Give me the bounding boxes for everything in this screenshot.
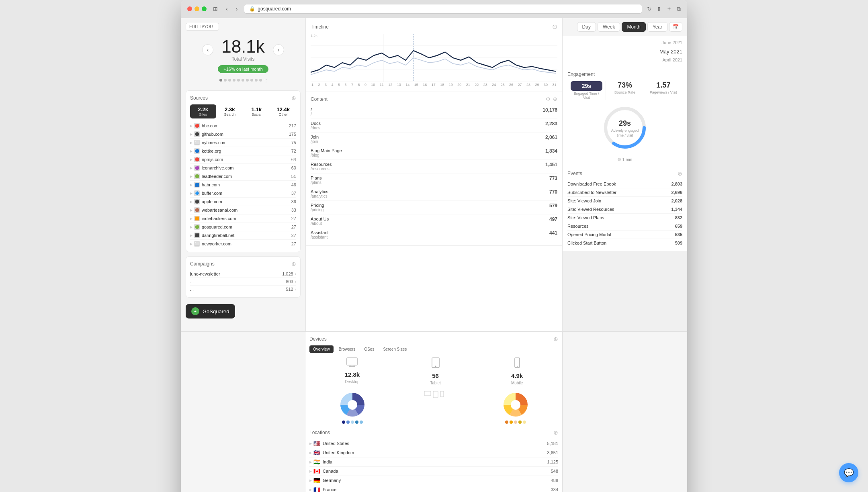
close-button[interactable]: [187, 6, 192, 11]
list-item[interactable]: ▶ 🇫🇷 France 334: [309, 485, 558, 492]
list-item[interactable]: Pricing /pricing 579: [311, 201, 557, 214]
source-expand-icon[interactable]: ▶: [190, 234, 192, 237]
location-expand-icon[interactable]: ▶: [309, 460, 312, 464]
location-expand-icon[interactable]: ▶: [309, 442, 312, 445]
content-row: Pricing /pricing 579: [311, 203, 557, 212]
source-expand-icon[interactable]: ▶: [190, 175, 192, 178]
devices-settings-icon[interactable]: ⊕: [553, 336, 558, 342]
devices-tab-oses[interactable]: OSes: [360, 345, 378, 353]
devices-tab-browsers[interactable]: Browsers: [335, 345, 359, 353]
next-stat-button[interactable]: ›: [273, 44, 284, 55]
events-settings-icon[interactable]: ⊕: [678, 170, 682, 177]
gosquared-logo[interactable]: GoSquared: [186, 304, 235, 318]
location-expand-icon[interactable]: ▶: [309, 479, 312, 482]
source-expand-icon[interactable]: ▶: [190, 166, 192, 170]
list-item[interactable]: ▶ 🔴 bbc.com 217: [190, 122, 296, 130]
desktop-color-3: [351, 421, 354, 424]
sources-settings-icon[interactable]: ⊕: [291, 95, 296, 101]
list-item[interactable]: Docs /docs 2,283: [311, 119, 557, 133]
list-item[interactable]: ▶ 🟦 habr.com 46: [190, 181, 296, 189]
tabs-button[interactable]: ⧉: [677, 6, 681, 12]
source-name: npmjs.com: [202, 157, 291, 162]
list-item[interactable]: ▶ 🟢 leadfeeder.com 51: [190, 172, 296, 181]
content-section: Content ⚙ ⊕ / / 10,176 Docs /docs 2,283: [306, 92, 562, 246]
list-item[interactable]: ... 803 ›: [190, 278, 296, 286]
reload-button[interactable]: ↻: [647, 6, 652, 12]
source-expand-icon[interactable]: ▶: [190, 124, 192, 128]
list-item[interactable]: ▶ 🔵 kottke.org 72: [190, 147, 296, 155]
location-count: 3,651: [547, 450, 558, 455]
sidebar-toggle[interactable]: ⊞: [211, 5, 219, 13]
sources-tab-sites[interactable]: 2.2k Sites: [190, 104, 216, 118]
new-tab-button[interactable]: ＋: [666, 5, 672, 12]
source-expand-icon[interactable]: ▶: [190, 242, 192, 246]
svg-rect-24: [433, 391, 438, 398]
list-item[interactable]: june-newsletter 1,028 ›: [190, 270, 296, 278]
list-item[interactable]: ▶ 🟣 iconarchive.com 60: [190, 164, 296, 172]
devices-tab-screensizes[interactable]: Screen Sizes: [379, 345, 410, 353]
calendar-button[interactable]: 📅: [669, 22, 682, 32]
period-year-button[interactable]: Year: [647, 22, 667, 32]
list-item[interactable]: About Us /about 497: [311, 214, 557, 228]
list-item[interactable]: ▶ 🇮🇳 India 1,125: [309, 457, 558, 467]
source-expand-icon[interactable]: ▶: [190, 183, 192, 187]
source-expand-icon[interactable]: ▶: [190, 149, 192, 153]
period-day-button[interactable]: Day: [577, 22, 596, 32]
edit-layout-button[interactable]: EDIT LAYOUT: [186, 23, 219, 31]
list-item[interactable]: Analytics /analytics 770: [311, 187, 557, 201]
fullscreen-button[interactable]: [202, 6, 207, 11]
list-item[interactable]: ▶ 🟢 gosquared.com 27: [190, 223, 296, 231]
prev-stat-button[interactable]: ‹: [202, 44, 213, 55]
list-item[interactable]: ▶ 🇺🇸 United States 5,181: [309, 439, 558, 448]
address-bar[interactable]: 🔒 gosquared.com: [244, 4, 642, 14]
source-expand-icon[interactable]: ▶: [190, 133, 192, 136]
period-week-button[interactable]: Week: [598, 22, 620, 32]
minimize-button[interactable]: [194, 6, 199, 11]
content-row: / / 10,176: [311, 107, 557, 116]
list-item[interactable]: ▶ 🟤 webartesanal.com 33: [190, 206, 296, 214]
location-expand-icon[interactable]: ▶: [309, 470, 312, 473]
list-item[interactable]: Resources /resources 1,451: [311, 160, 557, 174]
list-item[interactable]: Assistant /assistant 441: [311, 228, 557, 241]
list-item[interactable]: ▶ ⚫ apple.com 36: [190, 198, 296, 206]
content-settings-icon[interactable]: ⊕: [553, 96, 557, 102]
source-expand-icon[interactable]: ▶: [190, 200, 192, 204]
list-item[interactable]: ▶ ⬜ nytimes.com 75: [190, 139, 296, 147]
svg-text:Actively engaged: Actively engaged: [611, 129, 639, 133]
devices-tab-overview[interactable]: Overview: [309, 345, 334, 353]
list-item[interactable]: ▶ 🇬🇧 United Kingdom 3,651: [309, 448, 558, 457]
location-expand-icon[interactable]: ▶: [309, 451, 312, 455]
source-expand-icon[interactable]: ▶: [190, 192, 192, 195]
list-item[interactable]: ▶ 🇩🇪 Germany 488: [309, 476, 558, 485]
sources-tab-social[interactable]: 1.1k Social: [244, 104, 270, 118]
list-item[interactable]: ▶ 🇨🇦 Canada 548: [309, 467, 558, 476]
location-expand-icon[interactable]: ▶: [309, 488, 312, 492]
sources-tab-other[interactable]: 12.4k Other: [270, 104, 297, 118]
source-expand-icon[interactable]: ▶: [190, 217, 192, 220]
list-item[interactable]: ▶ ⚫ github.com 175: [190, 130, 296, 139]
source-expand-icon[interactable]: ▶: [190, 141, 192, 145]
back-button[interactable]: ‹: [224, 5, 229, 13]
sources-tab-search[interactable]: 2.3k Search: [217, 104, 243, 118]
list-item[interactable]: ... 512 ›: [190, 286, 296, 293]
list-item[interactable]: ▶ 🔷 buffer.com 37: [190, 189, 296, 198]
content-gear-icon[interactable]: ⚙: [546, 96, 551, 102]
period-month-button[interactable]: Month: [622, 22, 645, 32]
campaigns-settings-icon[interactable]: ⊕: [291, 261, 296, 267]
list-item[interactable]: ▶ ⬜ newyorker.com 27: [190, 240, 296, 248]
chat-button[interactable]: 💬: [839, 463, 858, 482]
list-item[interactable]: ▶ 🟧 indiehackers.com 27: [190, 214, 296, 223]
list-item[interactable]: ▶ 🔴 npmjs.com 64: [190, 155, 296, 164]
source-expand-icon[interactable]: ▶: [190, 208, 192, 212]
list-item[interactable]: Join /join 2,061: [311, 133, 557, 146]
locations-settings-icon[interactable]: ⊕: [553, 429, 558, 436]
list-item[interactable]: ▶ ⬛ daringfireball.net 27: [190, 231, 296, 240]
share-button[interactable]: ⬆: [657, 6, 661, 12]
list-item[interactable]: Plans /plans 773: [311, 174, 557, 187]
timeline-settings-icon[interactable]: ⊙: [552, 23, 557, 31]
list-item[interactable]: / / 10,176: [311, 105, 557, 119]
source-expand-icon[interactable]: ▶: [190, 158, 192, 161]
source-expand-icon[interactable]: ▶: [190, 225, 192, 229]
list-item[interactable]: Blog Main Page /blog 1,834: [311, 146, 557, 160]
forward-button[interactable]: ›: [234, 5, 240, 13]
